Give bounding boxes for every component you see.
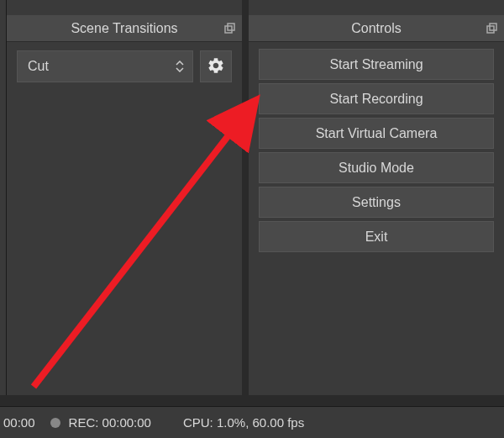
scene-transitions-panel: Scene Transitions Cut [7, 0, 242, 395]
status-cpu: CPU: 1.0%, 60.00 fps [183, 415, 304, 430]
exit-button[interactable]: Exit [259, 221, 494, 252]
controls-panel: Controls Start Streaming Start Recording… [249, 0, 504, 395]
spinner-icon [176, 61, 184, 72]
left-edge-strip [0, 0, 7, 395]
controls-header: Controls [249, 15, 504, 42]
record-indicator-icon [50, 418, 60, 428]
status-bar: 00:00 REC: 00:00:00 CPU: 1.0%, 60.00 fps [0, 406, 504, 438]
svg-rect-0 [225, 26, 232, 33]
transition-settings-button[interactable] [200, 50, 232, 82]
scene-transitions-header: Scene Transitions [7, 15, 242, 42]
controls-title: Controls [351, 21, 402, 36]
transition-select-value: Cut [28, 59, 49, 74]
scene-transitions-body: Cut [7, 42, 242, 91]
studio-mode-button[interactable]: Studio Mode [259, 152, 494, 183]
settings-button[interactable]: Settings [259, 187, 494, 218]
gear-icon [207, 56, 225, 77]
start-virtual-camera-button[interactable]: Start Virtual Camera [259, 118, 494, 149]
popout-icon[interactable] [223, 23, 235, 34]
start-recording-button[interactable]: Start Recording [259, 83, 494, 114]
svg-rect-3 [490, 24, 496, 30]
start-streaming-button[interactable]: Start Streaming [259, 49, 494, 80]
status-time: 00:00 [3, 415, 35, 430]
svg-rect-1 [228, 24, 234, 30]
svg-rect-2 [487, 26, 494, 33]
controls-body: Start Streaming Start Recording Start Vi… [249, 42, 504, 262]
status-rec: REC: 00:00:00 [69, 415, 151, 430]
popout-icon[interactable] [486, 23, 497, 34]
transition-select[interactable]: Cut [17, 50, 193, 82]
scene-transitions-title: Scene Transitions [71, 21, 177, 36]
